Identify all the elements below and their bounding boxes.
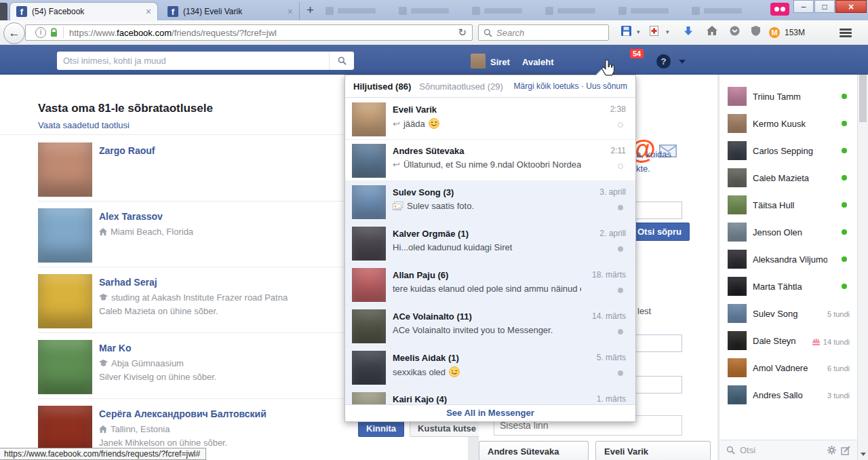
gear-icon[interactable] bbox=[827, 446, 836, 455]
chat-tab-eveli[interactable]: Eveli Varik bbox=[595, 441, 711, 460]
messages-list: Eveli Varik↩jääda2:38Andres Sütevaka↩Üll… bbox=[345, 98, 635, 405]
message-preview-text: ACe Volainalto invited you to Messenger. bbox=[393, 325, 553, 335]
friend-request-name-link[interactable]: Zargo Raouf bbox=[99, 145, 155, 156]
online-status-dot bbox=[842, 202, 847, 208]
friend-request-name-link[interactable]: Sarhad Seraj bbox=[99, 277, 157, 288]
contact-row[interactable]: Marta Tähtla bbox=[719, 273, 858, 300]
reload-icon[interactable]: ↻ bbox=[458, 26, 467, 39]
contact-avatar bbox=[728, 250, 747, 269]
message-preview-text: Üllatunud, et Su nime 9.ndal Oktoobri No… bbox=[403, 159, 581, 170]
page-scrollbar[interactable] bbox=[857, 45, 868, 460]
see-all-messenger-link[interactable]: See All in Messenger bbox=[345, 404, 635, 421]
contact-name: Carlos Sepping bbox=[753, 146, 813, 156]
friend-request-name-link[interactable]: Серёга Александрович Балтовский bbox=[99, 408, 267, 419]
message-row[interactable]: Allan Paju (6)tere kuidas elanud oled po… bbox=[345, 264, 635, 305]
background-tab[interactable] bbox=[399, 5, 449, 16]
friend-request-name-link[interactable]: Alex Tarassov bbox=[99, 211, 163, 222]
message-body: Kalver Orgmäe (1)Hi...oled kadunud kuida… bbox=[393, 227, 629, 259]
adblock-doc-icon[interactable] bbox=[650, 26, 658, 36]
contact-row[interactable]: Caleb Mazieta bbox=[719, 164, 858, 191]
contact-row[interactable]: Kermo Kuusk bbox=[719, 110, 858, 137]
delete-request-button[interactable]: Kustuta kutse bbox=[410, 420, 484, 437]
contact-row[interactable]: Dale Steyn14 tundi bbox=[719, 327, 858, 354]
save-dropdown-caret[interactable]: ▾ bbox=[637, 28, 640, 35]
profile-avatar[interactable] bbox=[471, 54, 486, 69]
ublock-shield-icon[interactable] bbox=[751, 26, 760, 36]
find-friends-button[interactable]: Otsi sõpru bbox=[629, 223, 690, 241]
menu-hamburger-icon[interactable] bbox=[840, 27, 852, 39]
tab-recent[interactable]: Hiljutised (86) bbox=[353, 81, 411, 92]
help-icon[interactable]: ? bbox=[656, 54, 671, 69]
background-tab[interactable] bbox=[472, 5, 522, 16]
contact-row[interactable]: Carlos Sepping bbox=[719, 137, 858, 164]
account-menu-caret[interactable] bbox=[679, 60, 686, 64]
browser-tab-eveli-varik[interactable]: f (134) Eveli Varik × bbox=[161, 2, 300, 20]
contact-row[interactable]: Sulev Song5 tundi bbox=[719, 300, 858, 327]
scrollbar-thumb[interactable] bbox=[859, 75, 867, 122]
message-preview-text: tere kuidas elanud oled pole sind ammu n… bbox=[393, 284, 581, 294]
background-tab[interactable] bbox=[326, 5, 376, 16]
facebook-search-bar[interactable]: Otsi inimesi, kohti ja muud bbox=[57, 52, 354, 70]
window-close-button[interactable]: × bbox=[835, 0, 867, 13]
home-link[interactable]: Avaleht bbox=[522, 57, 553, 67]
message-time: 2:38 bbox=[610, 104, 626, 114]
message-row[interactable]: Meelis Aidak (1)sexxikas oled5. märts bbox=[345, 347, 635, 388]
downloads-icon[interactable] bbox=[684, 26, 693, 36]
contact-row[interactable]: Andres Sallo3 tundi bbox=[719, 381, 858, 408]
page-info-icon[interactable]: i bbox=[35, 27, 46, 38]
friend-request-avatar[interactable] bbox=[38, 142, 92, 197]
doc-dropdown-caret[interactable]: ▾ bbox=[666, 28, 669, 35]
new-tab-button[interactable]: + bbox=[307, 3, 314, 18]
back-button[interactable]: ← bbox=[3, 22, 25, 44]
background-tab[interactable] bbox=[692, 5, 742, 16]
contact-row[interactable]: Aleksandra Viljumovs... bbox=[719, 246, 858, 273]
friend-request-avatar[interactable] bbox=[38, 340, 92, 394]
mark-all-read-link[interactable]: Märgi kõik loetuks bbox=[514, 81, 579, 91]
adblock-m-icon[interactable]: M bbox=[769, 27, 780, 38]
message-row[interactable]: Kairi Kajo (4)1. märts bbox=[345, 388, 635, 405]
window-minimize-button[interactable]: – bbox=[793, 0, 814, 13]
browser-search-box[interactable]: Search bbox=[478, 24, 609, 41]
facebook-search-button[interactable] bbox=[329, 52, 354, 70]
save-page-icon[interactable] bbox=[621, 26, 631, 36]
background-tab[interactable] bbox=[545, 5, 595, 16]
tab-close-icon[interactable]: × bbox=[146, 7, 151, 16]
message-row[interactable]: Eveli Varik↩jääda2:38 bbox=[345, 98, 635, 140]
browser-home-icon[interactable] bbox=[707, 26, 717, 35]
background-tab[interactable] bbox=[618, 5, 669, 16]
contact-name: Caleb Mazieta bbox=[753, 173, 809, 183]
pinned-tab-stub[interactable] bbox=[0, 3, 7, 20]
contact-row[interactable]: Täitsa Hull bbox=[719, 191, 858, 218]
friend-request-name-link[interactable]: Mar Ko bbox=[99, 343, 131, 353]
contact-row[interactable]: Jenson Olen bbox=[719, 218, 858, 246]
friend-request-avatar[interactable] bbox=[38, 274, 92, 328]
confirm-button[interactable]: Kinnita bbox=[358, 420, 404, 437]
subtitle-text: Abja Gümnaasium bbox=[111, 358, 184, 368]
chat-search-bar[interactable]: Otsi bbox=[719, 440, 857, 460]
message-row[interactable]: Andres Sütevaka↩Üllatunud, et Su nime 9.… bbox=[345, 140, 635, 181]
photo-attachment-icon bbox=[393, 202, 403, 210]
pocket-icon[interactable] bbox=[730, 26, 740, 36]
friend-request-subtitle: Miami Beach, Florida bbox=[99, 227, 193, 237]
contact-row[interactable]: Triinu Tamm bbox=[719, 83, 858, 110]
window-maximize-button[interactable]: □ bbox=[814, 0, 835, 13]
tab-close-icon[interactable]: × bbox=[288, 7, 293, 16]
new-message-icon[interactable] bbox=[841, 446, 850, 455]
tab-message-requests[interactable]: Sõnumitaotlused (29) bbox=[419, 81, 503, 92]
contact-row[interactable]: Amol Vadnere6 tundi bbox=[719, 354, 858, 381]
https-lock-icon[interactable] bbox=[50, 28, 58, 37]
mutual-friend-text: Caleb Mazieta on ühine sõber. bbox=[99, 306, 218, 316]
chat-tab-andres[interactable]: Andres Sütevaka bbox=[479, 441, 589, 460]
profile-name-link[interactable]: Siret bbox=[490, 57, 510, 67]
message-row[interactable]: ACe Volainalto (11)ACe Volainalto invite… bbox=[345, 305, 635, 347]
scrollbar-down-arrow[interactable] bbox=[861, 453, 866, 456]
message-row[interactable]: Kalver Orgmäe (1)Hi...oled kadunud kuida… bbox=[345, 223, 635, 264]
browser-tab-facebook[interactable]: f (54) Facebook × bbox=[9, 2, 158, 20]
address-bar[interactable]: i https://www.facebook.com/friends/reque… bbox=[25, 24, 473, 41]
view-sent-requests-link[interactable]: Vaata saadetud taotlusi bbox=[38, 120, 130, 130]
friend-request-avatar[interactable] bbox=[38, 208, 92, 263]
message-row[interactable]: Sulev Song (3)Sulev saatis foto.3. april… bbox=[345, 181, 635, 223]
messenger-dropdown: Hiljutised (86) Sõnumitaotlused (29) Mär… bbox=[344, 75, 636, 422]
pink-addon-button[interactable] bbox=[770, 3, 789, 16]
new-message-link[interactable]: Uus sõnum bbox=[586, 81, 627, 91]
